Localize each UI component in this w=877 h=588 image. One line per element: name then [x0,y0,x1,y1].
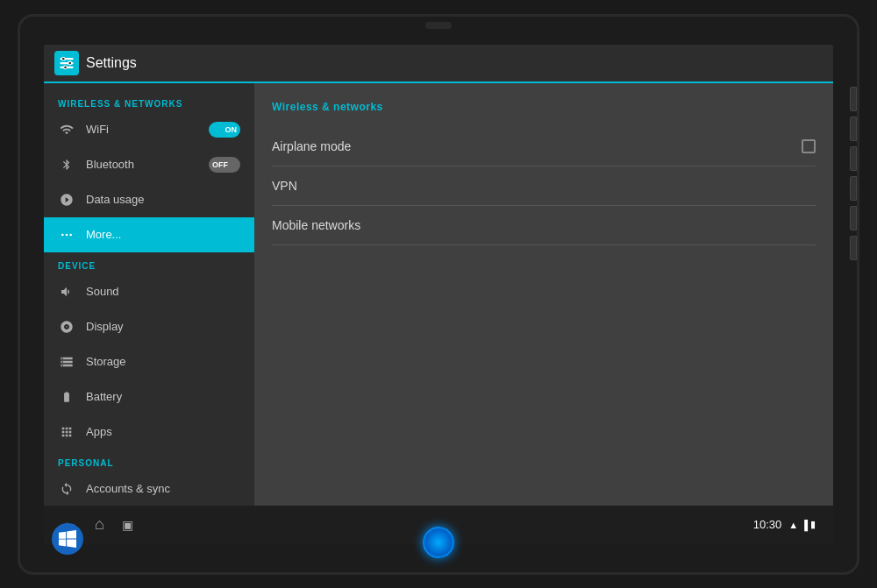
svg-point-7 [66,233,68,236]
airplane-mode-checkbox[interactable] [802,139,816,153]
svg-point-5 [64,66,68,69]
panel-title: Wireless & networks [272,101,816,113]
sidebar-item-apps[interactable]: Apps [44,414,254,450]
tablet-screen: Settings WIRELESS & NETWORKS WiFi ON [44,45,833,544]
side-button-2[interactable] [850,117,857,141]
sidebar-item-wifi[interactable]: WiFi ON [44,112,254,147]
display-icon [58,318,75,336]
battery-icon [58,388,75,406]
sidebar-item-data-usage[interactable]: Data usage [44,182,254,217]
right-panel: Wireless & networks Airplane mode VPN Mo… [254,83,833,506]
sidebar-item-more[interactable]: More... [44,217,254,252]
panel-item-vpn[interactable]: VPN [272,166,816,206]
settings-header: Settings [44,45,833,83]
data-usage-icon [58,191,75,209]
svg-point-4 [68,61,72,65]
home-button[interactable]: ⌂ [95,515,104,534]
section-device: DEVICE [44,252,254,274]
storage-icon [58,353,75,371]
nav-right: 10:30 ▲ ▐ ▮ [753,518,816,531]
section-wireless: WIRELESS & NETWORKS [44,90,254,112]
side-button-1[interactable] [850,87,857,111]
side-button-4[interactable] [850,176,857,201]
bluetooth-label: Bluetooth [86,158,134,171]
side-button-5[interactable] [850,206,857,230]
battery-label: Battery [86,390,122,403]
wifi-icon [58,121,75,138]
apps-icon [58,423,75,441]
status-icons: ▲ ▐ ▮ [788,519,816,530]
windows-button[interactable] [52,523,83,555]
wifi-toggle[interactable]: ON [209,122,240,138]
camera [425,22,452,29]
tablet-frame: Settings WIRELESS & NETWORKS WiFi ON [18,14,859,575]
display-label: Display [86,320,124,333]
sync-icon [58,480,75,498]
sidebar-item-sound[interactable]: Sound [44,274,254,309]
sidebar-item-accounts[interactable]: Accounts & sync [44,471,254,506]
section-personal: PERSONAL [44,450,254,471]
side-button-6[interactable] [850,236,857,260]
side-button-3[interactable] [850,146,857,171]
storage-label: Storage [86,355,126,368]
side-buttons [850,87,857,260]
settings-header-icon [54,51,79,75]
main-content: WIRELESS & NETWORKS WiFi ON [44,83,833,506]
wifi-status-icon: ▲ [788,520,798,530]
svg-point-8 [69,233,72,236]
accounts-label: Accounts & sync [86,482,170,495]
signal-status-icon: ▐ [801,520,808,530]
apps-label: Apps [86,425,112,438]
sidebar-item-bluetooth[interactable]: Bluetooth OFF [44,147,254,182]
sidebar: WIRELESS & NETWORKS WiFi ON [44,83,254,506]
vpn-label: VPN [272,179,297,193]
airplane-mode-label: Airplane mode [272,139,351,153]
wifi-label: WiFi [86,123,109,136]
sound-icon [58,283,75,301]
sidebar-item-battery[interactable]: Battery [44,379,254,414]
svg-point-6 [61,233,64,236]
recent-apps-button[interactable]: ▣ [122,518,133,532]
sidebar-item-display[interactable]: Display [44,309,254,344]
data-usage-label: Data usage [86,193,145,206]
bluetooth-toggle[interactable]: OFF [209,157,240,173]
svg-point-3 [61,57,65,60]
more-label: More... [86,228,121,241]
settings-title: Settings [86,55,137,71]
acer-home-button[interactable] [423,527,454,558]
bluetooth-icon [58,156,75,174]
more-icon [58,226,75,244]
sound-label: Sound [86,285,119,298]
sidebar-item-storage[interactable]: Storage [44,344,254,379]
battery-status-icon: ▮ [810,519,816,530]
mobile-networks-label: Mobile networks [272,218,360,232]
panel-item-mobile-networks[interactable]: Mobile networks [272,206,816,245]
time-display: 10:30 [753,518,782,531]
panel-item-airplane[interactable]: Airplane mode [272,127,816,166]
